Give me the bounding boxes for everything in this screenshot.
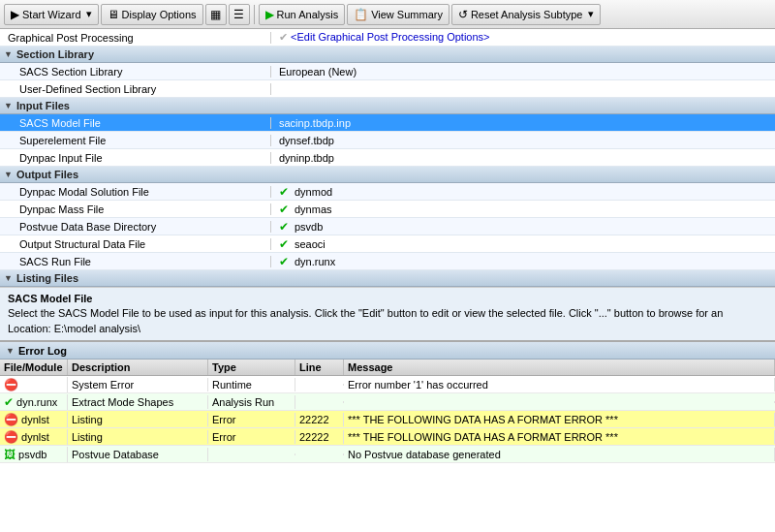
start-wizard-icon: ▶ (11, 8, 19, 21)
prop-row-dynpac-input-file[interactable]: Dynpac Input File dyninp.tbdp (0, 149, 775, 167)
prop-value: dyninp.tbdp (271, 152, 775, 164)
start-wizard-dropdown-icon[interactable]: ▾ (86, 8, 92, 20)
error-row[interactable]: ✔ dyn.runx Extract Mode Shapes Analysis … (0, 393, 775, 411)
error-line (295, 401, 344, 403)
run-analysis-button[interactable]: ▶ Run Analysis (259, 4, 346, 25)
icon-btn-1[interactable]: ▦ (205, 4, 227, 25)
start-wizard-button[interactable]: ▶ Start Wizard ▾ (4, 4, 99, 25)
output-files-header[interactable]: ▼ Output Files (0, 167, 775, 183)
prop-label: SACS Section Library (0, 66, 271, 78)
error-module: ✔ dyn.runx (0, 394, 68, 410)
check-icon: ✔ (279, 220, 289, 234)
graphical-value[interactable]: ✔ <Edit Graphical Post Processing Option… (271, 31, 775, 44)
prop-row-sacs-run-file[interactable]: SACS Run File ✔ dyn.runx (0, 253, 775, 270)
collapse-section-library-icon: ▼ (4, 49, 13, 59)
collapse-output-files-icon: ▼ (4, 170, 13, 179)
description-area: SACS Model File Select the SACS Model Fi… (0, 288, 775, 342)
listing-files-header[interactable]: ▼ Listing Files (0, 270, 775, 287)
prop-row-sacs-section-library[interactable]: SACS Section Library European (New) (0, 63, 775, 80)
prop-row-sacs-model-file[interactable]: SACS Model File sacinp.tbdp.inp (0, 114, 775, 132)
error-row[interactable]: ⛔ System Error Runtime Error number '1' … (0, 376, 775, 393)
error-message: *** THE FOLLOWING DATA HAS A FORMAT ERRO… (344, 430, 775, 444)
error-type: Analysis Run (208, 395, 295, 409)
prop-row-dynpac-modal[interactable]: Dynpac Modal Solution File ✔ dynmod (0, 183, 775, 201)
error-message: *** THE FOLLOWING DATA HAS A FORMAT ERRO… (344, 413, 775, 426)
description-location: Location: E:\model analysis\ (8, 322, 767, 336)
error-table: File/Module Description Type Line Messag… (0, 360, 775, 532)
check-icon: ✔ (279, 237, 289, 251)
error-module: ⛔ (0, 377, 68, 392)
reset-icon: ↺ (458, 8, 468, 21)
error-row[interactable]: ⛔ dynlst Listing Error 22222 *** THE FOL… (0, 428, 775, 446)
prop-label: Postvue Data Base Directory (0, 221, 271, 233)
error-message: Error number '1' has occurred (344, 378, 775, 391)
check-icon: ✔ (279, 203, 289, 216)
prop-row-postvue-db[interactable]: Postvue Data Base Directory ✔ psvdb (0, 218, 775, 235)
prop-value: sacinp.tbdp.inp (271, 117, 775, 129)
description-text: Select the SACS Model File to be used as… (8, 306, 767, 321)
prop-label: Output Structural Data File (0, 238, 271, 250)
prop-value: European (New) (271, 66, 775, 78)
error-desc: Postvue Database (68, 448, 208, 461)
error-message: No Postvue database generated (344, 448, 775, 461)
properties-table: Graphical Post Processing ✔ <Edit Graphi… (0, 29, 775, 288)
view-summary-button[interactable]: 📋 View Summary (347, 4, 450, 25)
error-message (344, 401, 775, 403)
check-icon: ✔ (279, 255, 289, 268)
prop-row-output-structural[interactable]: Output Structural Data File ✔ seaoci (0, 235, 775, 253)
prop-label: Superelement File (0, 135, 271, 146)
section-library-header[interactable]: ▼ Section Library (0, 47, 775, 63)
error-module: ⛔ dynlst (0, 429, 68, 445)
error-row[interactable]: 🖼 psvdb Postvue Database No Postvue data… (0, 446, 775, 463)
prop-row-dynpac-mass[interactable]: Dynpac Mass File ✔ dynmas (0, 201, 775, 218)
check-icon: ✔ (279, 185, 289, 199)
prop-label: Dynpac Mass File (0, 203, 271, 215)
graphical-row: Graphical Post Processing ✔ <Edit Graphi… (0, 29, 775, 47)
prop-value: ✔ dynmas (271, 203, 775, 216)
ok-status-icon: 🖼 (4, 448, 16, 461)
error-log: ▼ Error Log File/Module Description Type… (0, 342, 775, 532)
error-column-headers: File/Module Description Type Line Messag… (0, 360, 775, 376)
separator-1 (254, 5, 255, 24)
prop-value: ✔ dynmod (271, 185, 775, 199)
col-header-line: Line (295, 360, 344, 375)
error-desc: Listing (68, 413, 208, 426)
error-type: Error (208, 413, 295, 426)
error-line: 22222 (295, 413, 344, 426)
prop-value: ✔ seaoci (271, 237, 775, 251)
reset-dropdown-icon[interactable]: ▾ (588, 8, 594, 20)
main-area: Graphical Post Processing ✔ <Edit Graphi… (0, 29, 775, 532)
icon-btn-2[interactable]: ☰ (229, 4, 250, 25)
run-analysis-icon: ▶ (265, 8, 274, 21)
collapse-input-files-icon: ▼ (4, 101, 13, 110)
col-header-message: Message (344, 360, 775, 375)
prop-value: ✔ dyn.runx (271, 255, 775, 268)
error-line: 22222 (295, 430, 344, 444)
prop-label: SACS Model File (0, 117, 271, 129)
toolbar: ▶ Start Wizard ▾ 🖥 Display Options ▦ ☰ ▶… (0, 0, 775, 29)
prop-value: ✔ psvdb (271, 220, 775, 234)
graphical-label: Graphical Post Processing (0, 32, 271, 44)
prop-label: Dynpac Input File (0, 152, 271, 164)
display-options-button[interactable]: 🖥 Display Options (101, 4, 203, 25)
prop-label: User-Defined Section Library (0, 83, 271, 95)
collapse-listing-files-icon: ▼ (4, 273, 13, 283)
prop-label: SACS Run File (0, 256, 271, 267)
error-row[interactable]: ⛔ dynlst Listing Error 22222 *** THE FOL… (0, 411, 775, 428)
input-files-header[interactable]: ▼ Input Files (0, 98, 775, 114)
error-module: 🖼 psvdb (0, 447, 68, 462)
reset-analysis-button[interactable]: ↺ Reset Analysis Subtype ▾ (451, 4, 601, 25)
error-status-icon: ⛔ (4, 378, 18, 391)
error-type (208, 454, 295, 455)
error-line (295, 454, 344, 455)
error-type: Error (208, 430, 295, 444)
prop-row-user-defined-section-library[interactable]: User-Defined Section Library (0, 80, 775, 98)
error-status-icon: ⛔ (4, 430, 18, 444)
error-line (295, 384, 344, 386)
prop-row-superelement-file[interactable]: Superelement File dynsef.tbdp (0, 132, 775, 149)
ok-status-icon: ✔ (4, 395, 14, 409)
grid-icon: ▦ (210, 8, 221, 21)
error-log-header: ▼ Error Log (0, 342, 775, 360)
prop-value: dynsef.tbdp (271, 135, 775, 146)
error-module: ⛔ dynlst (0, 412, 68, 427)
